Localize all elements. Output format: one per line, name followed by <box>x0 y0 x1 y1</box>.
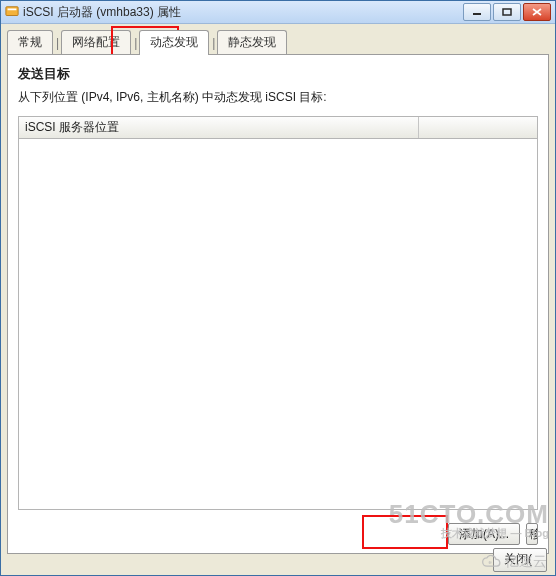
svg-rect-1 <box>8 9 17 11</box>
svg-rect-0 <box>6 7 18 16</box>
window-controls <box>463 3 551 21</box>
column-header-server-location[interactable]: iSCSI 服务器位置 <box>19 117 419 138</box>
client-area: 常规 | 网络配置 | 动态发现 | 静态发现 发送目标 从下列位置 (IPv4… <box>1 24 555 576</box>
tab-separator: | <box>54 36 61 54</box>
tab-static-discovery[interactable]: 静态发现 <box>217 30 287 55</box>
svg-rect-2 <box>473 13 481 15</box>
column-header-spacer <box>419 117 537 138</box>
tab-separator: | <box>210 36 217 54</box>
dialog-footer: 关闭( <box>9 548 547 572</box>
tab-network-config[interactable]: 网络配置 <box>61 30 131 55</box>
svg-rect-3 <box>503 9 511 15</box>
minimize-button[interactable] <box>463 3 491 21</box>
tab-strip: 常规 | 网络配置 | 动态发现 | 静态发现 <box>7 30 549 54</box>
dialog-window: iSCSI 启动器 (vmhba33) 属性 常规 | 网络配置 | 动态发现 … <box>0 0 556 576</box>
panel-button-row: 添加(A)... 移 <box>448 523 538 545</box>
tab-general[interactable]: 常规 <box>7 30 53 55</box>
close-button[interactable] <box>523 3 551 21</box>
close-dialog-button-fragment[interactable]: 关闭( <box>493 548 547 572</box>
app-icon <box>5 5 19 19</box>
window-title: iSCSI 启动器 (vmhba33) 属性 <box>23 4 463 21</box>
grid-body[interactable] <box>18 139 538 510</box>
grid-header: iSCSI 服务器位置 <box>18 116 538 139</box>
section-title: 发送目标 <box>18 65 538 83</box>
add-button[interactable]: 添加(A)... <box>448 523 520 545</box>
highlight-annotation <box>362 515 448 549</box>
tab-separator: | <box>132 36 139 54</box>
tab-panel: 发送目标 从下列位置 (IPv4, IPv6, 主机名称) 中动态发现 iSCS… <box>7 54 549 554</box>
titlebar: iSCSI 启动器 (vmhba33) 属性 <box>1 1 555 24</box>
remove-button-fragment[interactable]: 移 <box>526 523 538 545</box>
section-description: 从下列位置 (IPv4, IPv6, 主机名称) 中动态发现 iSCSI 目标: <box>18 89 538 106</box>
maximize-button[interactable] <box>493 3 521 21</box>
tab-dynamic-discovery[interactable]: 动态发现 <box>139 30 209 55</box>
